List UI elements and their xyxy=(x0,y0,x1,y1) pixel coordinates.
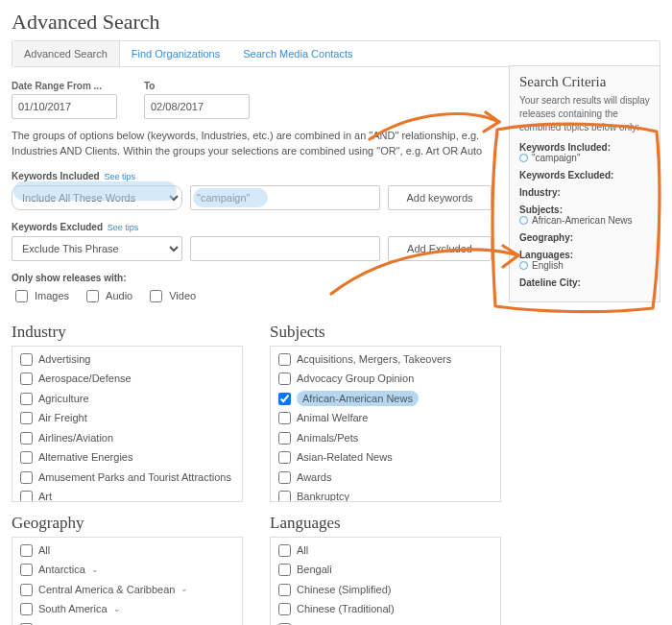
list-item[interactable]: Art xyxy=(12,487,242,502)
industry-listbox[interactable]: AdvertisingAerospace/DefenseAgricultureA… xyxy=(12,346,243,502)
list-item-checkbox[interactable] xyxy=(278,353,291,366)
list-item[interactable]: Asia ⌄ xyxy=(12,619,242,625)
list-item-label: Advertising xyxy=(38,351,90,368)
keywords-included-input[interactable] xyxy=(190,185,380,210)
criteria-value: African-American News xyxy=(519,215,650,226)
list-item-checkbox[interactable] xyxy=(20,471,33,484)
list-item[interactable]: Advocacy Group Opinion xyxy=(271,369,500,389)
languages-listbox[interactable]: AllBengaliChinese (Simplified)Chinese (T… xyxy=(270,537,501,625)
list-item-label: Amusement Parks and Tourist Attractions xyxy=(38,469,231,486)
list-item-label: Antarctica xyxy=(38,562,85,578)
chevron-down-icon: ⌄ xyxy=(180,583,188,596)
list-item-checkbox[interactable] xyxy=(278,373,291,385)
list-item[interactable]: All xyxy=(271,541,500,561)
list-item-checkbox[interactable] xyxy=(20,491,33,502)
list-item[interactable]: Amusement Parks and Tourist Attractions xyxy=(12,468,242,488)
list-item[interactable]: Animal Welfare xyxy=(271,408,500,428)
chevron-down-icon: ⌄ xyxy=(91,564,99,577)
list-item-label: Awards xyxy=(297,469,331,486)
tab-find-organizations[interactable]: Find Organizations xyxy=(120,41,231,66)
list-item[interactable]: Bankruptcy xyxy=(271,487,500,502)
list-item-label: Bankruptcy xyxy=(297,489,349,502)
list-item-label: Aerospace/Defense xyxy=(38,371,132,387)
list-item-label: African-American News xyxy=(297,391,419,407)
date-to-input[interactable] xyxy=(144,94,250,119)
list-item-checkbox[interactable] xyxy=(20,393,33,405)
list-item-checkbox[interactable] xyxy=(278,544,291,557)
list-item[interactable]: Asian-Related News xyxy=(271,447,500,468)
list-item[interactable]: Animals/Pets xyxy=(271,428,500,448)
list-item-checkbox[interactable] xyxy=(278,564,291,576)
list-item[interactable]: Advertising xyxy=(12,349,242,370)
list-item-checkbox[interactable] xyxy=(278,471,291,484)
list-item[interactable]: Air Freight xyxy=(12,408,242,428)
list-item-checkbox[interactable] xyxy=(20,373,33,385)
list-item-label: Animals/Pets xyxy=(297,430,358,446)
list-item-label: Asian-Related News xyxy=(297,449,393,466)
list-item-checkbox[interactable] xyxy=(20,603,33,615)
list-item-checkbox[interactable] xyxy=(20,432,33,445)
list-item[interactable]: Agriculture xyxy=(12,389,242,409)
date-to-label: To xyxy=(144,81,250,91)
add-excluded-button[interactable]: Add Excluded xyxy=(388,236,492,261)
keywords-included-mode-select[interactable]: Include All These Words xyxy=(12,185,182,210)
list-item-checkbox[interactable] xyxy=(20,412,33,424)
criteria-value: English xyxy=(519,260,650,271)
list-item[interactable]: Czech xyxy=(271,619,500,625)
tab-search-media-contacts[interactable]: Search Media Contacts xyxy=(231,41,364,66)
list-item[interactable]: Central America & Caribbean ⌄ xyxy=(12,580,242,600)
list-item-checkbox[interactable] xyxy=(278,412,291,424)
search-criteria-title: Search Criteria xyxy=(519,74,650,90)
keywords-excluded-mode-select[interactable]: Exclude This Phrase xyxy=(12,236,182,261)
list-item-checkbox[interactable] xyxy=(20,451,33,464)
list-item[interactable]: Awards xyxy=(271,468,500,488)
subjects-heading: Subjects xyxy=(270,323,501,342)
list-item-checkbox[interactable] xyxy=(278,603,291,615)
filter-audio-checkbox[interactable]: Audio xyxy=(83,287,132,305)
list-item[interactable]: All xyxy=(12,541,242,561)
list-item-checkbox[interactable] xyxy=(278,432,291,445)
list-item-label: Airlines/Aviation xyxy=(38,430,113,446)
filter-images-checkbox[interactable]: Images xyxy=(12,287,69,305)
filter-video-checkbox[interactable]: Video xyxy=(146,287,196,305)
criteria-label: Industry: xyxy=(519,187,650,198)
list-item[interactable]: Airlines/Aviation xyxy=(12,428,242,448)
date-from-input[interactable] xyxy=(12,94,117,119)
see-tips-link-2[interactable]: See tips xyxy=(108,223,139,232)
list-item[interactable]: Chinese (Traditional) xyxy=(271,599,500,619)
list-item-checkbox[interactable] xyxy=(278,451,291,464)
list-item-label: Alternative Energies xyxy=(38,449,132,466)
list-item[interactable]: Bengali xyxy=(271,560,500,580)
list-item[interactable]: Chinese (Simplified) xyxy=(271,580,500,600)
add-keywords-button[interactable]: Add keywords xyxy=(388,185,492,210)
list-item-checkbox[interactable] xyxy=(278,584,291,596)
chevron-down-icon: ⌄ xyxy=(113,603,121,616)
list-item-label: Animal Welfare xyxy=(297,410,368,426)
list-item[interactable]: Alternative Energies xyxy=(12,447,242,468)
see-tips-link[interactable]: See tips xyxy=(104,172,135,181)
list-item-checkbox[interactable] xyxy=(20,544,33,557)
industry-heading: Industry xyxy=(12,323,243,342)
list-item-checkbox[interactable] xyxy=(20,584,33,596)
list-item-label: All xyxy=(38,542,50,559)
list-item[interactable]: Aerospace/Defense xyxy=(12,369,242,389)
languages-heading: Languages xyxy=(270,514,501,533)
list-item[interactable]: African-American News xyxy=(271,389,500,409)
list-item-label: Art xyxy=(38,489,52,502)
list-item[interactable]: Acquisitions, Mergers, Takeovers xyxy=(271,349,500,370)
list-item-checkbox[interactable] xyxy=(20,353,33,366)
list-item-checkbox[interactable] xyxy=(20,564,33,576)
keywords-excluded-input[interactable] xyxy=(190,236,380,261)
list-item-checkbox[interactable] xyxy=(278,393,291,405)
criteria-label: Geography: xyxy=(519,232,650,243)
list-item[interactable]: Antarctica ⌄ xyxy=(12,560,242,580)
criteria-label: Languages: xyxy=(519,250,650,260)
list-item-checkbox[interactable] xyxy=(278,491,291,502)
geography-listbox[interactable]: AllAntarctica ⌄Central America & Caribbe… xyxy=(12,537,243,625)
list-item[interactable]: South America ⌄ xyxy=(12,599,242,619)
search-criteria-sub: Your search results will display release… xyxy=(519,94,650,134)
subjects-listbox[interactable]: Acquisitions, Mergers, TakeoversAdvocacy… xyxy=(270,346,501,502)
tab-advanced-search[interactable]: Advanced Search xyxy=(12,41,120,66)
list-item-label: Air Freight xyxy=(38,410,87,426)
page-title: Advanced Search xyxy=(12,10,660,35)
